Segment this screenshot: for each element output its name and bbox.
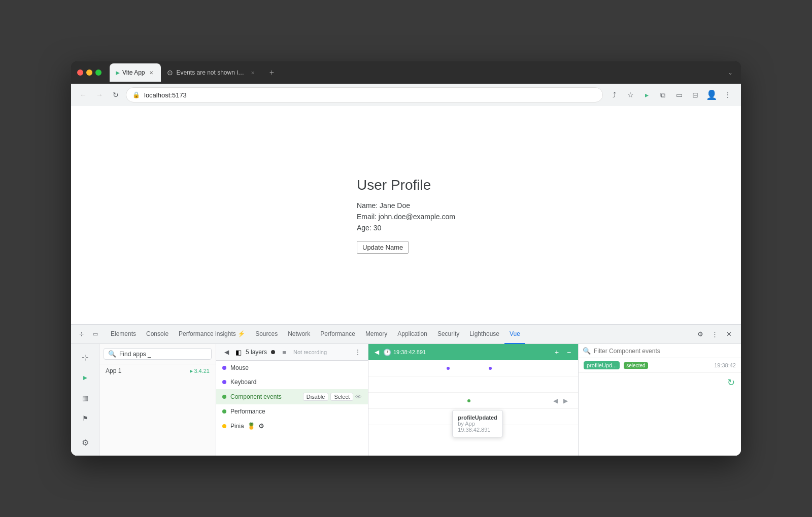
devtools-tabbar: ⊹ ▭ Elements Console Performance insight… [71, 325, 741, 344]
page-area: User Profile Name: Jane Doe Email: john.… [71, 106, 741, 324]
layers-more-btn[interactable]: ⋮ [353, 347, 363, 357]
timeline-time-value: 19:38:42.891 [393, 349, 426, 355]
track-nav-right[interactable]: ▶ [563, 397, 568, 404]
clock-icon: 🕐 [383, 349, 391, 356]
layers-list-icon[interactable]: ≡ [279, 347, 289, 357]
tab-github[interactable]: ⊙ Events are not shown in Devto... ✕ [161, 63, 262, 82]
layer-pinia[interactable]: Pinia 🍍 ⚙ [216, 419, 368, 433]
cast-button[interactable]: ▭ [672, 88, 686, 102]
not-recording-label: Not recording [293, 349, 327, 355]
select-button[interactable]: Select [330, 393, 353, 401]
toolbar-actions: ⤴ ☆ ▸ ⧉ ▭ ⊟ 👤 ⋮ [607, 88, 735, 102]
tab-memory[interactable]: Memory [360, 325, 392, 344]
traffic-lights [77, 70, 101, 76]
app-item[interactable]: App 1 ▸ 3.4.21 [99, 364, 216, 377]
layer-component-events[interactable]: Component events Disable Select 👁 [216, 389, 368, 404]
devtools-close-icon[interactable]: ✕ [723, 328, 735, 340]
tab-network[interactable]: Network [283, 325, 315, 344]
profile-age: Age: 30 [357, 224, 455, 232]
tab-sources[interactable]: Sources [250, 325, 283, 344]
timeline-minus-btn[interactable]: − [564, 347, 574, 357]
eye-icon[interactable]: 👁 [355, 393, 362, 401]
disable-button[interactable]: Disable [303, 393, 329, 401]
url-bar[interactable]: 🔒 localhost:5173 [126, 87, 603, 102]
keyboard-label: Keyboard [230, 378, 256, 386]
events-panel: 🔍 profileUpd... selected 19:38:42 ↻ [579, 344, 741, 456]
tooltip-time: 19:38:42.891 [458, 427, 497, 433]
loading-spinner: ↻ [579, 373, 741, 392]
lock-icon: 🔒 [132, 91, 140, 98]
browser-content: User Profile Name: Jane Doe Email: john.… [71, 106, 741, 456]
tab-close-github[interactable]: ✕ [249, 69, 256, 76]
extensions-button[interactable]: ⧉ [656, 88, 670, 102]
maximize-button[interactable] [95, 70, 101, 76]
sidebar-tree-icon[interactable]: ▸ [76, 368, 94, 387]
layer-mouse[interactable]: Mouse [216, 361, 368, 375]
devtools-select-icon[interactable]: ⊹ [75, 328, 87, 340]
tab-vue[interactable]: Vue [504, 325, 525, 344]
tab-security[interactable]: Security [432, 325, 464, 344]
browser-window: ▸ Vite App ✕ ⊙ Events are not shown in D… [71, 61, 741, 456]
layer-performance[interactable]: Performance [216, 404, 368, 419]
filter-events-input[interactable] [594, 348, 737, 355]
component-events-label: Component events [230, 393, 282, 400]
layer-actions: Disable Select 👁 [303, 393, 362, 401]
profile-title: User Profile [357, 177, 455, 193]
sidebar-grid-icon[interactable]: ▦ [76, 389, 94, 407]
timeline-time: 🕐 19:38:42.891 [383, 349, 426, 356]
reload-button[interactable]: ↻ [110, 89, 122, 101]
layers-header: ◀ ◧ 5 layers ≡ Not recording ⋮ [216, 344, 368, 361]
vite-toolbar-icon[interactable]: ▸ [639, 88, 654, 102]
tab-console[interactable]: Console [141, 325, 174, 344]
menu-button[interactable]: ⋮ [721, 88, 735, 102]
share-button[interactable]: ⤴ [607, 88, 621, 102]
track-nav-left[interactable]: ◀ [553, 397, 558, 404]
tab-dropdown[interactable]: ⌄ [726, 67, 735, 78]
bookmark-button[interactable]: ☆ [623, 88, 637, 102]
layer-dot [271, 350, 275, 354]
devtools-more-icon[interactable]: ⋮ [708, 328, 721, 340]
tab-close-vite[interactable]: ✕ [148, 69, 155, 76]
tab-application[interactable]: Application [392, 325, 432, 344]
find-apps-input[interactable] [119, 351, 207, 358]
profile-button[interactable]: 👤 [704, 88, 719, 102]
forward-button[interactable]: → [93, 89, 106, 101]
tab-elements[interactable]: Elements [106, 325, 141, 344]
sidebar-bug-icon[interactable]: ⚑ [76, 409, 94, 427]
minimize-button[interactable] [86, 70, 92, 76]
new-tab-button[interactable]: + [264, 65, 279, 80]
timeline-panel: ◀ 🕐 19:38:42.891 + − [368, 344, 579, 456]
tab-lighthouse[interactable]: Lighthouse [464, 325, 504, 344]
sidebar-settings-icon[interactable]: ⚙ [76, 433, 94, 452]
pinia-row: Pinia 🍍 ⚙ [230, 422, 264, 430]
events-search-icon: 🔍 [583, 347, 591, 355]
split-button[interactable]: ⊟ [688, 88, 702, 102]
tab-performance[interactable]: Performance [315, 325, 360, 344]
update-name-button[interactable]: Update Name [357, 241, 409, 254]
app-tree-panel: 🔍 App 1 ▸ 3.4.21 [99, 344, 216, 456]
pinia-icon2: ⚙ [258, 422, 264, 430]
devtools-device-icon[interactable]: ▭ [89, 328, 101, 340]
devtools-settings-icon[interactable]: ⚙ [694, 328, 706, 340]
timeline-nav-left[interactable]: ◀ [373, 348, 381, 357]
timeline-header: ◀ 🕐 19:38:42.891 + − [368, 344, 578, 360]
layer-keyboard[interactable]: Keyboard [216, 375, 368, 389]
timeline-add-btn[interactable]: + [552, 347, 562, 357]
app-name: App 1 [106, 367, 121, 374]
pinia-label: Pinia [230, 423, 244, 430]
mouse-event-dot-1 [447, 367, 450, 370]
event-item-profile-updated[interactable]: profileUpd... selected 19:38:42 [579, 358, 741, 373]
vite-app-icon: ▸ [190, 368, 193, 374]
layers-nav-left[interactable]: ◀ [221, 347, 231, 357]
tooltip-event: profileUpdated [458, 415, 497, 421]
tab-performance-insights[interactable]: Performance insights ⚡ [174, 325, 250, 344]
mouse-label: Mouse [230, 364, 249, 371]
sidebar-cursor-icon[interactable]: ⊹ [76, 348, 94, 366]
tab-vite-app[interactable]: ▸ Vite App ✕ [110, 63, 161, 82]
back-button[interactable]: ← [77, 89, 89, 101]
title-bar: ▸ Vite App ✕ ⊙ Events are not shown in D… [71, 61, 741, 84]
close-button[interactable] [77, 70, 83, 76]
profile-email: Email: john.doe@example.com [357, 213, 455, 221]
devtools-body: ⊹ ▸ ▦ ⚑ ⚙ 🔍 App 1 [71, 344, 741, 456]
address-bar: ← → ↻ 🔒 localhost:5173 ⤴ ☆ ▸ ⧉ ▭ ⊟ 👤 ⋮ [71, 84, 741, 106]
